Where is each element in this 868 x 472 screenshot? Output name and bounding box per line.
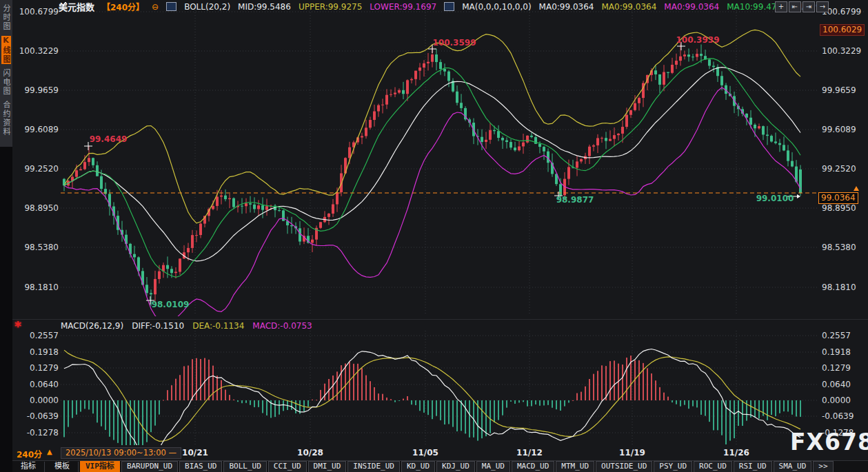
price-axis-label-left: 98.8950 [18, 203, 59, 213]
timeframe-label[interactable]: 240分 [17, 448, 42, 460]
toolbar-tab-PSY_UD[interactable]: PSY_UD [654, 461, 692, 472]
timeframe-up-arrow-icon[interactable]: ▲ [47, 448, 52, 455]
ma-chart-icon[interactable] [444, 2, 454, 11]
macd-axis-label-left: 0.1918 [18, 347, 59, 357]
toolbar-tab-RSI_UD[interactable]: RSI_UD [734, 461, 772, 472]
macd-axis-label-right: 0.0640 [822, 380, 851, 389]
price-axis-label-left: 98.1810 [18, 283, 59, 292]
sidebar-item-合约资料[interactable]: 合约资料 [1, 101, 11, 136]
alert-star-icon[interactable]: * [14, 318, 21, 334]
macd-axis-label-right: 0.1918 [822, 347, 851, 357]
sidebar-item-K线图[interactable]: K线图 [1, 36, 11, 64]
pan-icon[interactable]: + [775, 1, 787, 12]
macd-axis-label-right: 0.2557 [822, 331, 851, 340]
indicator-toolbar: 指标模板VIP指标BARUPDN_UDBIAS_UDBOLL_UDCCI_UDD… [12, 460, 868, 472]
x-axis-date-label: 10/28 [297, 448, 323, 458]
toolbar-tab-ROC_UD[interactable]: ROC_UD [694, 461, 732, 472]
macd-legend-bar: MACD(26,12,9) DIFF:-0.1510 DEA:-0.1134 M… [61, 321, 312, 331]
collapse-icon[interactable]: ⊖ [152, 2, 159, 12]
macd-params-label: MACD(26,12,9) [61, 321, 123, 331]
align-left-icon[interactable]: ⇤ [789, 1, 801, 12]
toolbar-tab-KD_UD[interactable]: KD_UD [401, 461, 435, 472]
macd-axis-label-left: 0.1279 [18, 363, 59, 373]
indicator-legend-bar: 美元指数 【240分】 ⊖ BOLL(20,2) MID:99.5486 UPP… [59, 1, 821, 12]
panel-divider [12, 319, 868, 320]
x-axis-date-label: 11/05 [412, 448, 438, 458]
macd-axis-label-left: -0.0639 [18, 411, 59, 421]
toolbar-tab-BOLL_UD[interactable]: BOLL_UD [223, 461, 266, 472]
chart-application-window: 分时图K线图闪电图合约资料 美元指数 【240分】 ⊖ BOLL(20,2) M… [0, 0, 868, 472]
boll-upper-value: UPPER:99.9275 [299, 2, 362, 12]
price-annotation-98.0109: 98.0109 [152, 300, 190, 309]
chart-canvas[interactable] [0, 0, 868, 472]
toolbar-tab-BARUPDN_UD[interactable]: BARUPDN_UD [121, 461, 178, 472]
x-axis-date-label: 10/21 [182, 448, 208, 458]
macd-macd-value: MACD:-0.0753 [252, 321, 312, 331]
price-annotation-99.0100: 99.0100 [756, 194, 794, 203]
shift-right-icon[interactable]: → [816, 1, 829, 12]
price-axis-label-right: 100.3229 [822, 46, 861, 56]
boll-lower-value: LOWER:99.1697 [370, 2, 436, 12]
x-axis-date-label: 11/12 [516, 448, 543, 458]
toolbar-tab-模板[interactable]: 模板 [46, 462, 79, 472]
period-label: 【240分】 [102, 1, 144, 12]
session-high-price-box: 100.6029 [820, 24, 865, 36]
macd-dea-value: DEA:-0.1134 [192, 321, 244, 331]
toolbar-tab-MACD_UD[interactable]: MACD_UD [512, 461, 554, 472]
ma-params-label: MA(0,0,0,10,0,0) [462, 2, 531, 12]
fx678-watermark: FX678 [790, 429, 868, 455]
price-axis-label-left: 100.6799 [18, 7, 59, 17]
macd-axis-label-right: 0.1279 [822, 363, 851, 373]
macd-diff-value: DIFF:-0.1510 [132, 321, 184, 331]
price-axis-label-right: 98.8950 [822, 203, 856, 213]
toolbar-tab->>[interactable]: >> [813, 461, 833, 472]
boll-mid-value: MID:99.5486 [238, 2, 291, 12]
boll-chart-icon[interactable] [166, 2, 176, 11]
toolbar-tab-KDJ_UD[interactable]: KDJ_UD [436, 461, 475, 472]
price-axis-label-left: 99.9659 [18, 85, 59, 95]
price-axis-label-left: 99.2520 [18, 164, 59, 174]
price-annotation-100.3939: 100.3939 [676, 35, 719, 45]
toolbar-tab-指标[interactable]: 指标 [12, 462, 45, 472]
price-annotation-99.4649: 99.4649 [90, 134, 128, 144]
toolbar-tab-MTM_UD[interactable]: MTM_UD [556, 461, 594, 472]
macd-axis-label-left: -0.1278 [18, 428, 59, 438]
bar-datetime-range: 2025/10/13 09:00~13:00 — [61, 447, 181, 459]
price-axis-label-left: 100.3229 [18, 46, 59, 56]
toolbar-tab-SMA_UD[interactable]: SMA_UD [774, 461, 812, 472]
left-sidebar: 分时图K线图闪电图合约资料 [0, 0, 12, 472]
sidebar-item-闪电图[interactable]: 闪电图 [1, 69, 11, 96]
price-axis-label-left: 98.5380 [18, 243, 59, 252]
ma0-value-3: MA0:99.0364 [664, 2, 719, 12]
price-axis-label-left: 99.6089 [18, 125, 59, 134]
price-annotation-100.3599: 100.3599 [432, 38, 476, 48]
toolbar-tab-CCI_UD[interactable]: CCI_UD [268, 461, 307, 472]
ma0-value-1: MA0:99.0364 [539, 2, 594, 12]
price-axis-label-right: 98.1810 [822, 283, 856, 292]
macd-axis-label-right: 0.0000 [822, 396, 851, 405]
toolbar-tab-OUTSIDE_UD[interactable]: OUTSIDE_UD [596, 461, 652, 472]
price-axis-label-right: 98.5380 [822, 243, 856, 252]
toolbar-tab-MA_UD[interactable]: MA_UD [476, 461, 510, 472]
sidebar-item-group: 分时图K线图闪电图合约资料 [0, 0, 12, 147]
chart-tool-button-group: +⇤⇥→ [775, 1, 829, 12]
price-axis-label-right: 99.6089 [822, 125, 856, 134]
toolbar-tab-DMI_UD[interactable]: DMI_UD [308, 461, 347, 472]
x-axis-date-label: 11/26 [723, 448, 749, 458]
ma0-value-2: MA0:99.0364 [601, 2, 656, 12]
align-right-icon[interactable]: ⇥ [803, 1, 815, 12]
price-annotation-98.9877: 98.9877 [556, 195, 594, 205]
toolbar-tab-VIP指标[interactable]: VIP指标 [80, 461, 120, 472]
sidebar-item-分时图[interactable]: 分时图 [1, 4, 11, 31]
toolbar-tab-INSIDE_UD[interactable]: INSIDE_UD [347, 461, 400, 472]
price-axis-label-right: 99.9659 [822, 85, 856, 95]
boll-params-label: BOLL(20,2) [184, 2, 230, 12]
macd-axis-label-left: 0.2557 [18, 331, 59, 340]
macd-axis-label-left: 0.0640 [18, 380, 59, 389]
macd-axis-label-right: -0.0639 [822, 411, 854, 421]
x-axis-date-label: 11/19 [619, 448, 645, 458]
last-price-box: 99.0364 [818, 192, 858, 204]
price-axis-label-right: 99.2520 [822, 164, 856, 174]
macd-axis-label-left: 0.0000 [18, 396, 59, 405]
toolbar-tab-BIAS_UD[interactable]: BIAS_UD [179, 461, 222, 472]
